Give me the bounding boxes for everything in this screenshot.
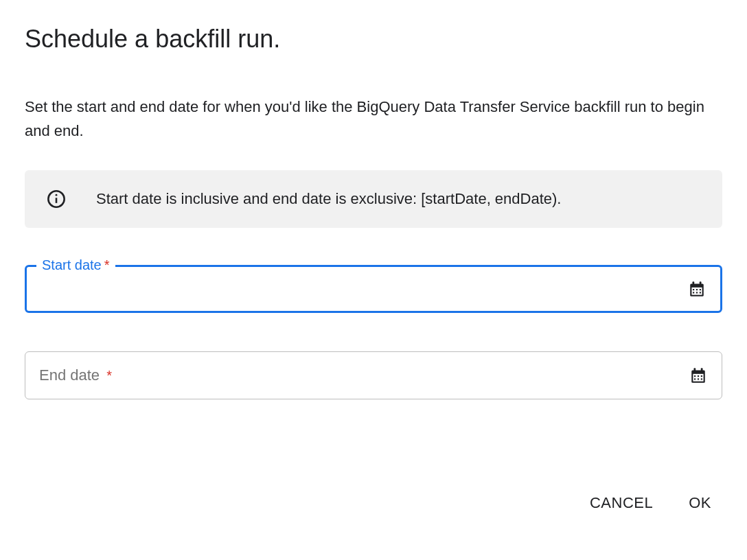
svg-rect-11 [696, 292, 698, 294]
svg-rect-5 [693, 282, 695, 285]
svg-rect-12 [700, 292, 701, 294]
start-date-field[interactable]: Start date * [25, 265, 722, 313]
info-icon [47, 189, 66, 209]
svg-point-2 [56, 194, 58, 196]
required-indicator: * [104, 257, 110, 273]
info-banner: Start date is inclusive and end date is … [25, 170, 722, 228]
svg-rect-16 [701, 369, 703, 372]
svg-rect-7 [693, 289, 694, 290]
svg-rect-18 [698, 375, 699, 377]
svg-rect-15 [694, 369, 696, 372]
svg-rect-10 [693, 292, 694, 294]
svg-rect-8 [696, 289, 698, 290]
end-date-input[interactable] [39, 368, 689, 384]
svg-rect-4 [691, 288, 702, 295]
start-date-input[interactable] [41, 281, 687, 297]
svg-rect-6 [700, 282, 702, 285]
cancel-button[interactable]: CANCEL [587, 489, 656, 517]
calendar-icon[interactable] [687, 279, 706, 299]
svg-rect-14 [693, 374, 703, 382]
svg-rect-21 [698, 379, 699, 380]
svg-rect-9 [700, 289, 701, 290]
start-date-label: Start date [42, 257, 102, 273]
dialog-actions: CANCEL OK [25, 489, 722, 517]
svg-rect-17 [694, 375, 696, 377]
end-date-field[interactable]: End date * [25, 351, 722, 399]
calendar-icon[interactable] [689, 366, 708, 385]
svg-rect-19 [701, 375, 702, 377]
svg-rect-20 [694, 379, 696, 380]
dialog-title: Schedule a backfill run. [25, 25, 722, 54]
info-banner-text: Start date is inclusive and end date is … [96, 190, 561, 208]
dialog-description: Set the start and end date for when you'… [25, 95, 722, 143]
svg-rect-22 [701, 379, 702, 380]
ok-button[interactable]: OK [686, 489, 714, 517]
